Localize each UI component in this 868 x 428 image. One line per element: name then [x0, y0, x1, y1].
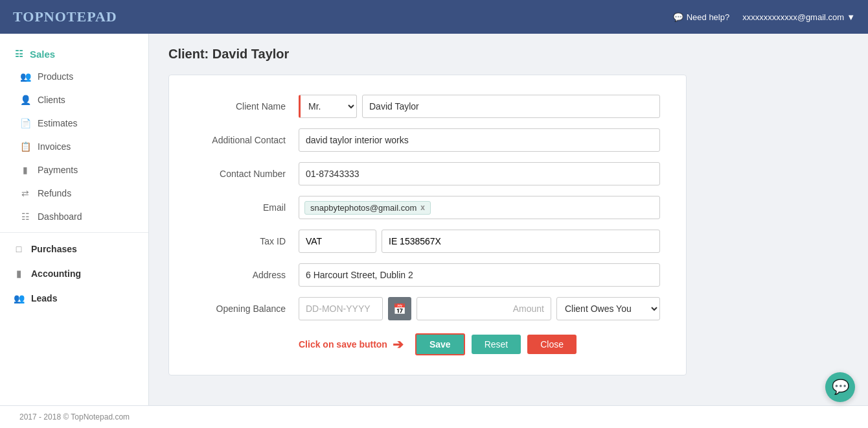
footer: 2017 - 2018 © TopNotepad.com	[0, 405, 868, 428]
help-text: Need help?	[687, 12, 730, 22]
help-link[interactable]: 💬 Need help?	[673, 12, 730, 22]
accounting-icon: ▮	[13, 268, 25, 279]
page-title: Client: David Taylor	[168, 47, 849, 62]
sidebar-purchases-label: Purchases	[31, 244, 77, 254]
buttons-row: Click on save button ➔ Save Reset Close	[195, 333, 660, 355]
purchases-icon: □	[13, 243, 25, 255]
payments-icon: ▮	[19, 164, 31, 176]
user-email-dropdown[interactable]: xxxxxxxxxxxxx@gmail.com ▼	[742, 12, 855, 22]
contact-number-label: Contact Number	[195, 169, 299, 179]
sidebar-divider	[0, 232, 148, 233]
layout: ☷ Sales 👥 Products 👤 Clients 📄 Estimates…	[0, 34, 868, 428]
save-button[interactable]: Save	[415, 333, 465, 355]
date-input[interactable]	[299, 297, 383, 320]
sidebar-leads-group[interactable]: 👥 Leads	[0, 286, 148, 311]
sidebar-item-estimates[interactable]: 📄 Estimates	[0, 112, 148, 135]
sales-icon: ☷	[13, 48, 25, 60]
address-label: Address	[195, 270, 299, 280]
sidebar-item-label: Invoices	[38, 141, 71, 152]
sidebar-item-dashboard[interactable]: ☷ Dashboard	[0, 205, 148, 228]
clients-icon: 👤	[19, 94, 31, 106]
sidebar-leads-label: Leads	[31, 293, 57, 303]
estimates-icon: 📄	[19, 117, 31, 129]
chat-icon: 💬	[832, 379, 849, 396]
email-label: Email	[195, 202, 299, 213]
leads-icon: 👥	[13, 292, 25, 304]
owes-select[interactable]: Client Owes You You Owe Client	[556, 297, 660, 320]
sidebar-item-products[interactable]: 👥 Products	[0, 65, 148, 88]
email-row: Email snapbytephotos@gmail.com x	[195, 196, 660, 219]
chat-bubble-button[interactable]: 💬	[825, 372, 855, 402]
tax-value-input[interactable]	[382, 230, 660, 253]
help-icon: 💬	[673, 12, 683, 22]
sidebar-sales-section[interactable]: ☷ Sales	[0, 40, 148, 65]
header: TopNotepad 💬 Need help? xxxxxxxxxxxxx@gm…	[0, 0, 868, 34]
sidebar-accounting-label: Accounting	[31, 268, 81, 279]
arrow-icon: ➔	[393, 337, 404, 352]
invoices-icon: 📋	[19, 141, 31, 152]
refunds-icon: ⇄	[19, 187, 31, 199]
form-card: Client Name Mr. Mrs. Ms. Dr. Additional …	[168, 75, 687, 375]
sidebar-item-clients[interactable]: 👤 Clients	[0, 88, 148, 112]
sidebar-accounting-group[interactable]: ▮ Accounting	[0, 261, 148, 286]
contact-number-row: Contact Number	[195, 162, 660, 185]
sidebar: ☷ Sales 👥 Products 👤 Clients 📄 Estimates…	[0, 34, 149, 428]
sidebar-purchases-group[interactable]: □ Purchases	[0, 237, 148, 261]
sidebar-item-payments[interactable]: ▮ Payments	[0, 158, 148, 182]
contact-number-input[interactable]	[299, 162, 660, 185]
save-hint: Click on save button ➔	[299, 337, 404, 352]
additional-contact-input[interactable]	[299, 128, 660, 152]
sidebar-item-label: Dashboard	[38, 211, 82, 222]
calendar-icon: 📅	[393, 303, 406, 315]
client-name-label: Client Name	[195, 101, 299, 112]
sidebar-item-invoices[interactable]: 📋 Invoices	[0, 135, 148, 158]
sidebar-item-refunds[interactable]: ⇄ Refunds	[0, 182, 148, 205]
close-button[interactable]: Close	[527, 335, 577, 354]
sidebar-item-label: Estimates	[38, 118, 77, 128]
sidebar-sales-label: Sales	[30, 49, 55, 60]
client-name-row: Client Name Mr. Mrs. Ms. Dr.	[195, 95, 660, 118]
sidebar-item-label: Clients	[38, 95, 65, 105]
calendar-button[interactable]: 📅	[388, 297, 411, 320]
opening-balance-row: Opening Balance 📅 Client Owes You You Ow…	[195, 297, 660, 320]
sidebar-item-label: Payments	[38, 165, 78, 175]
chevron-down-icon: ▼	[847, 12, 855, 22]
sidebar-item-label: Products	[38, 71, 73, 82]
tax-id-row: Tax ID	[195, 230, 660, 253]
tax-fields	[299, 230, 660, 253]
additional-contact-label: Additional Contact	[195, 135, 299, 145]
dashboard-icon: ☷	[19, 211, 31, 222]
amount-input[interactable]	[417, 297, 551, 320]
client-name-fields: Mr. Mrs. Ms. Dr.	[299, 95, 660, 118]
tax-id-label: Tax ID	[195, 236, 299, 246]
email-tag-value: snapbytephotos@gmail.com	[310, 203, 417, 213]
logo: TopNotepad	[13, 8, 117, 25]
products-icon: 👥	[19, 71, 31, 82]
email-tag-close-button[interactable]: x	[420, 203, 425, 212]
email-tag: snapbytephotos@gmail.com x	[304, 201, 431, 215]
opening-balance-label: Opening Balance	[195, 303, 299, 314]
footer-text: 2017 - 2018 © TopNotepad.com	[19, 412, 130, 422]
tax-type-input[interactable]	[299, 230, 376, 253]
additional-contact-row: Additional Contact	[195, 128, 660, 152]
opening-balance-fields: 📅 Client Owes You You Owe Client	[299, 297, 660, 320]
reset-button[interactable]: Reset	[472, 335, 521, 354]
client-name-input[interactable]	[362, 95, 660, 118]
salutation-select[interactable]: Mr. Mrs. Ms. Dr.	[299, 95, 357, 118]
sidebar-item-label: Refunds	[38, 188, 71, 198]
main-content: Client: David Taylor Client Name Mr. Mrs…	[149, 34, 868, 428]
header-right: 💬 Need help? xxxxxxxxxxxxx@gmail.com ▼	[673, 12, 855, 22]
hint-label: Click on save button	[299, 339, 387, 350]
user-email-text: xxxxxxxxxxxxx@gmail.com	[742, 12, 844, 22]
address-input[interactable]	[299, 263, 660, 287]
email-tag-container[interactable]: snapbytephotos@gmail.com x	[299, 196, 660, 219]
address-row: Address	[195, 263, 660, 287]
